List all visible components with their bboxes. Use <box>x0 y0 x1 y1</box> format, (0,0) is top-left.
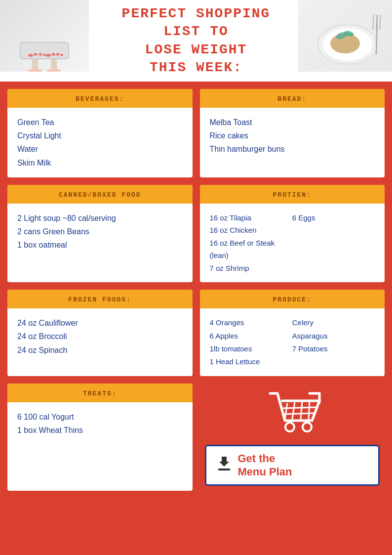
frozen-header: FROZEN FOODS: <box>7 290 193 308</box>
protein-grid: 16 oz Tilapia 16 oz Chicken 16 oz Beef o… <box>210 212 375 275</box>
treats-body: 6 100 cal Yogurt 1 box Wheat Thins <box>7 402 193 462</box>
svg-line-30 <box>282 407 317 408</box>
bread-header: BREAD: <box>200 89 385 108</box>
treats-title: TREATS: <box>83 390 117 397</box>
svg-point-34 <box>285 423 294 431</box>
svg-line-31 <box>283 413 315 414</box>
protein-card: PROTIEN: 16 oz Tilapia 16 oz Chicken 16 … <box>200 185 385 283</box>
cart-icon <box>260 388 324 440</box>
protein-col1: 16 oz Tilapia 16 oz Chicken 16 oz Beef o… <box>210 212 292 275</box>
produce-title: PRODUCE: <box>273 296 312 303</box>
page-header: PERFECT SHOPPING LIST TO LOSE WEIGHT THI… <box>0 0 392 82</box>
beverages-card: BEVERAGES: Green Tea Crystal Light Water… <box>7 89 193 177</box>
canned-header: CANNED/BOXED FOOD <box>7 185 193 204</box>
page-title: PERFECT SHOPPING LIST TO LOSE WEIGHT THI… <box>109 5 283 77</box>
main-grid: BEVERAGES: Green Tea Crystal Light Water… <box>0 82 392 384</box>
treats-card: TREATS: 6 100 cal Yogurt 1 box Wheat Thi… <box>7 384 193 491</box>
cart-cta-section: Get the Menu Plan <box>200 384 385 491</box>
beverages-title: BEVERAGES: <box>76 95 124 103</box>
beverages-body: Green Tea Crystal Light Water Skim Milk <box>7 108 193 177</box>
frozen-card: FROZEN FOODS: 24 oz Cauliflower 24 oz Br… <box>7 290 193 376</box>
beverages-items: Green Tea Crystal Light Water Skim Milk <box>17 116 183 170</box>
produce-col2: Celery Asparagus 7 Potatoes <box>292 316 375 368</box>
svg-rect-37 <box>218 469 230 470</box>
get-menu-label: Get the Menu Plan <box>238 452 292 478</box>
svg-marker-38 <box>219 457 229 467</box>
produce-body: 4 Oranges 6 Apples 1lb tomatoes 1 Head L… <box>200 308 385 376</box>
beverages-header: BEVERAGES: <box>7 89 193 108</box>
header-title-block: PERFECT SHOPPING LIST TO LOSE WEIGHT THI… <box>10 5 382 77</box>
frozen-body: 24 oz Cauliflower 24 oz Broccoli 24 oz S… <box>7 308 193 368</box>
produce-grid: 4 Oranges 6 Apples 1lb tomatoes 1 Head L… <box>210 316 375 368</box>
svg-line-28 <box>301 402 302 419</box>
frozen-title: FROZEN FOODS: <box>69 296 131 303</box>
produce-card: PRODUCE: 4 Oranges 6 Apples 1lb tomatoes… <box>200 290 385 376</box>
download-icon <box>216 456 232 475</box>
svg-point-35 <box>303 423 312 431</box>
protein-col2: 6 Eggs <box>292 212 375 275</box>
svg-line-27 <box>292 402 295 419</box>
canned-items: 2 Light soup ~80 cal/serving 2 cans Gree… <box>17 212 183 252</box>
protein-body: 16 oz Tilapia 16 oz Chicken 16 oz Beef o… <box>200 204 385 283</box>
svg-line-29 <box>309 402 310 419</box>
produce-col1: 4 Oranges 6 Apples 1lb tomatoes 1 Head L… <box>210 316 292 368</box>
treats-header: TREATS: <box>7 384 193 402</box>
bread-items: Melba Toast Rice cakes Thin hamburger bu… <box>210 116 375 156</box>
protein-header: PROTIEN: <box>200 185 385 204</box>
svg-line-26 <box>285 403 287 419</box>
produce-header: PRODUCE: <box>200 290 385 308</box>
canned-title: CANNED/BOXED FOOD <box>59 191 141 199</box>
bread-title: BREAD: <box>277 95 307 103</box>
get-menu-plan-button[interactable]: Get the Menu Plan <box>205 445 380 486</box>
canned-card: CANNED/BOXED FOOD 2 Light soup ~80 cal/s… <box>7 185 193 283</box>
protein-title: PROTIEN: <box>273 191 312 199</box>
bread-body: Melba Toast Rice cakes Thin hamburger bu… <box>200 108 385 167</box>
bottom-row: TREATS: 6 100 cal Yogurt 1 box Wheat Thi… <box>0 384 392 498</box>
bread-card: BREAD: Melba Toast Rice cakes Thin hambu… <box>200 89 385 177</box>
frozen-items: 24 oz Cauliflower 24 oz Broccoli 24 oz S… <box>17 316 183 357</box>
treats-items: 6 100 cal Yogurt 1 box Wheat Thins <box>17 410 183 437</box>
canned-body: 2 Light soup ~80 cal/serving 2 cans Gree… <box>7 204 193 263</box>
